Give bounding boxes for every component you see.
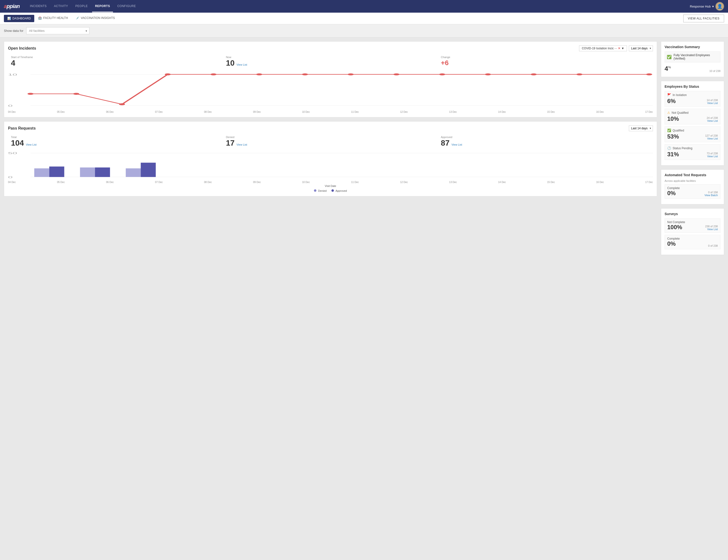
automated-test-complete-stats: 0% 0 of 158 View Batch (667, 190, 718, 197)
start-of-timeframe-label: Start of Timeframe (11, 56, 220, 59)
change-stat: Change +6 (438, 54, 653, 69)
user-name: Response Hub (690, 5, 711, 8)
tab-vaccination-insights[interactable]: 💉 VACCINATION INSIGHTS (72, 13, 119, 24)
incidents-stats-row: Start of Timeframe 4 Now 10 View List Ch… (8, 54, 653, 69)
pass-time-filter-wrap: Last 14 days (629, 125, 653, 131)
tab-dashboard[interactable]: 📊 DASHBOARD (4, 15, 34, 22)
status-pending-header: 🕐 Status Pending (667, 146, 718, 150)
user-dropdown-arrow: ▾ (712, 5, 714, 8)
surveys-not-complete-pct: 100% (667, 224, 682, 231)
start-of-timeframe-value: 4 (11, 59, 220, 67)
facilities-filter-select[interactable]: All facilities (26, 27, 89, 34)
svg-point-16 (576, 73, 582, 75)
qualified-pct: 53% (667, 133, 679, 140)
status-pending-count: 73 of 238 (707, 152, 718, 155)
surveys-complete-item: Complete 0% 0 of 238 (665, 235, 720, 249)
in-isolation-header: 🚩 In Isolation (667, 93, 718, 97)
in-isolation-pct: 6% (667, 98, 676, 105)
fully-vaccinated-label: Fully Vaccinated Employees (Verified) (674, 53, 718, 60)
svg-point-14 (485, 73, 491, 75)
filter-label: Show data for (4, 29, 23, 33)
total-value: 104 (11, 139, 24, 147)
svg-rect-27 (141, 163, 156, 177)
incidents-line-chart: 10 0 (8, 71, 653, 110)
change-value: +6 (441, 59, 650, 67)
time-filter-select[interactable]: Last 14 days (629, 45, 653, 51)
not-qualified-name: Not Qualified (672, 111, 688, 114)
surveys-not-complete-count: 238 of 238 (705, 225, 718, 228)
svg-point-8 (211, 73, 217, 75)
approved-label: Approved (441, 136, 650, 139)
qualified-stats: 53% 127 of 238 View List (667, 133, 718, 140)
subnav: 📊 DASHBOARD 🏥 FACILITY HEALTH 💉 VACCINAT… (0, 13, 728, 24)
surveys-complete-right: 0 of 238 (708, 244, 718, 247)
filter-tag-dropdown-icon[interactable]: ▼ (621, 47, 624, 50)
view-all-facilities-button[interactable]: VIEW ALL FACILITIES (683, 15, 724, 22)
incidents-x-labels: 04 Dec 05 Dec 06 Dec 07 Dec 08 Dec 09 De… (8, 110, 653, 113)
status-pending-stats: 31% 73 of 238 View List (667, 151, 718, 158)
automated-test-complete-pct: 0% (667, 190, 676, 197)
in-isolation-icon: 🚩 (667, 93, 671, 97)
nav-people[interactable]: PEOPLE (72, 0, 91, 12)
status-pending-view-list[interactable]: View List (707, 155, 718, 158)
automated-test-complete-right: 0 of 158 View Batch (704, 191, 718, 197)
svg-point-4 (27, 93, 34, 95)
employees-by-status-title: Employees By Status (665, 85, 720, 88)
total-view-list-link[interactable]: View List (26, 143, 36, 146)
nav-activity[interactable]: ACTIVITY (51, 0, 71, 12)
open-incidents-title: Open Incidents (8, 46, 36, 51)
open-incidents-card: Open Incidents COVID-19 Isolation Incic … (4, 41, 657, 117)
incidents-view-list-link[interactable]: View List (237, 63, 247, 66)
denied-view-list-link[interactable]: View List (237, 143, 247, 146)
not-qualified-icon: ⚠ (667, 111, 670, 114)
in-isolation-view-list[interactable]: View List (707, 102, 718, 105)
tab-facility-health[interactable]: 🏥 FACILITY HEALTH (34, 13, 72, 24)
pass-time-filter-select[interactable]: Last 14 days (629, 125, 653, 131)
subnav-tabs: 📊 DASHBOARD 🏥 FACILITY HEALTH 💉 VACCINAT… (4, 13, 683, 24)
svg-point-11 (348, 73, 354, 75)
now-value: 10 (226, 59, 235, 67)
app-logo: appian (4, 3, 20, 9)
nav-reports[interactable]: REPORTS (92, 0, 113, 12)
legend-denied: Denied (314, 189, 327, 192)
user-menu[interactable]: Response Hub ▾ 👤 (690, 2, 724, 11)
view-batch-link[interactable]: View Batch (704, 194, 718, 197)
in-isolation-stats: 6% 14 of 238 View List (667, 98, 718, 105)
svg-point-5 (73, 93, 79, 95)
surveys-not-complete-item: Not Complete 100% 238 of 238 View List (665, 218, 720, 233)
nav-incidents[interactable]: INCIDENTS (27, 0, 50, 12)
approved-view-list-link[interactable]: View List (451, 143, 462, 146)
svg-point-7 (165, 73, 171, 75)
automated-test-complete-item: Complete 0% 0 of 158 View Batch (665, 184, 720, 199)
surveys-not-complete-right: 238 of 238 View List (705, 225, 718, 231)
automated-test-requests-section: Automated Test Requests Across applicabl… (661, 169, 724, 204)
qualified-right: 127 of 238 View List (705, 134, 718, 140)
tab-facility-health-label: FACILITY HEALTH (43, 16, 68, 20)
surveys-complete-pct: 0% (667, 240, 676, 247)
not-qualified-view-list[interactable]: View List (707, 119, 718, 122)
total-stat: Total 104 View List (8, 134, 223, 149)
in-isolation-name: In Isolation (673, 93, 687, 97)
pass-requests-bar-chart: 50 0 (8, 151, 653, 180)
vaccination-summary-title: Vaccination Summary (665, 45, 720, 49)
automated-test-count: 0 of 158 (704, 191, 718, 194)
svg-rect-24 (80, 167, 95, 177)
automated-test-title: Automated Test Requests (665, 173, 720, 177)
in-isolation-count: 14 of 238 (707, 99, 718, 102)
employees-by-status-section: Employees By Status 🚩 In Isolation 6% 14… (661, 81, 724, 166)
change-label: Change (441, 56, 650, 59)
qualified-name: Qualified (673, 129, 684, 132)
incidents-filters: COVID-19 Isolation Incic ··· ✕ ▼ Last 14… (579, 45, 653, 51)
qualified-view-list[interactable]: View List (707, 137, 718, 140)
dashboard-icon: 📊 (7, 17, 11, 20)
nav-configure[interactable]: CONFIGURE (115, 0, 139, 12)
covid-filter-tag[interactable]: COVID-19 Isolation Incic ··· ✕ ▼ (579, 45, 627, 51)
not-qualified-pct: 10% (667, 115, 679, 122)
filter-tag-close-icon[interactable]: ✕ (618, 47, 620, 50)
chart-legend: Denied Approved (8, 189, 653, 192)
incidents-header: Open Incidents COVID-19 Isolation Incic … (8, 45, 653, 51)
surveys-not-complete-view-list[interactable]: View List (707, 228, 718, 231)
svg-rect-22 (34, 168, 49, 177)
tab-vaccination-insights-label: VACCINATION INSIGHTS (81, 16, 115, 20)
svg-text:0: 0 (8, 104, 13, 107)
